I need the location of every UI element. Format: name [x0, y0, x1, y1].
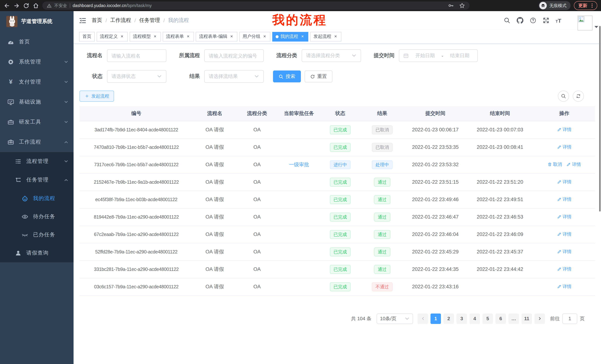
result-select[interactable]: 请选择流结果 — [204, 70, 264, 83]
cell-end-time — [467, 278, 533, 295]
detail-action-link[interactable]: 详情 — [557, 144, 571, 150]
table-refresh-button[interactable] — [573, 91, 584, 102]
cell-result: 处理中 — [360, 156, 404, 173]
url-text[interactable]: dashboard.yudao.iocoder.cn/bpm/task/my — [73, 3, 152, 8]
bookmark-star-icon[interactable] — [459, 3, 465, 9]
tab-home[interactable]: 首页 — [79, 32, 95, 41]
annotation-overlay-text: 我的流程 — [272, 12, 327, 29]
page-button-1[interactable]: 1 — [431, 313, 441, 324]
fullscreen-icon[interactable] — [542, 17, 549, 24]
tab-close-icon[interactable]: × — [300, 34, 305, 39]
tab-close-icon[interactable]: × — [229, 34, 234, 39]
page-button-5[interactable]: 5 — [482, 313, 493, 324]
table-search-button[interactable] — [558, 91, 569, 102]
detail-action-link[interactable]: 详情 — [557, 231, 571, 238]
back-icon[interactable] — [4, 2, 10, 9]
category-select[interactable]: 请选择流程分类 — [302, 49, 361, 62]
detail-action-link[interactable]: 详情 — [557, 126, 571, 133]
tab-start-process[interactable]: 发起流程× — [310, 32, 341, 41]
cell-category: OA — [236, 208, 278, 226]
home-icon[interactable] — [33, 2, 39, 9]
sidebar-item-done-tasks[interactable]: 已办任务 — [0, 226, 74, 244]
sidebar-item-infrastructure[interactable]: 基础设施 — [0, 92, 74, 112]
tab-process-model[interactable]: 流程模型× — [130, 32, 161, 41]
detail-action-link[interactable]: 详情 — [557, 284, 571, 290]
key-icon[interactable] — [448, 3, 454, 9]
page-jumper-input[interactable] — [562, 313, 577, 324]
page-button-3[interactable]: 3 — [457, 313, 467, 324]
security-label[interactable]: 不安全 — [54, 3, 67, 8]
cancel-action-link[interactable]: 取消 — [548, 161, 562, 168]
sidebar-item-devtools[interactable]: 研发工具 — [0, 112, 74, 132]
sidebar-item-home[interactable]: 首页 — [0, 32, 74, 52]
cell-end-time: 2022-01-22 23:49:51 — [467, 191, 533, 208]
avatar[interactable] — [578, 16, 592, 30]
action-label: 详情 — [562, 196, 571, 203]
app-logo[interactable]: 芋道管理系统 — [0, 11, 74, 32]
page-size-select[interactable]: 10条/页 — [377, 313, 413, 324]
page-button-11[interactable]: 11 — [521, 313, 532, 324]
sidebar-item-task-management[interactable]: 任务管理 — [0, 171, 74, 189]
sidebar-item-leave-query[interactable]: 请假查询 — [0, 244, 74, 262]
tab-close-icon[interactable]: × — [262, 34, 267, 39]
caret-down-icon[interactable] — [594, 26, 598, 29]
start-process-button[interactable]: ＋ 发起流程 — [80, 91, 114, 102]
page-ellipsis-button[interactable]: … — [509, 313, 519, 324]
address-bar[interactable]: 不安全 dashboard.yudao.iocoder.cn/bpm/task/… — [42, 1, 470, 10]
broken-image-icon — [578, 16, 584, 22]
scrollbar-thumb[interactable] — [599, 26, 601, 211]
table-header-row: 编号 流程名 流程分类 当前审批任务 状态 结果 提交时间 结束时间 操作 — [80, 106, 595, 121]
column-header-name: 流程名 — [193, 106, 236, 121]
font-size-icon[interactable]: TT — [555, 17, 561, 24]
process-name-input[interactable] — [111, 53, 162, 58]
update-button[interactable]: 更新 — [574, 1, 597, 10]
page-button-4[interactable]: 4 — [470, 313, 480, 324]
sidebar-item-todo-tasks[interactable]: 待办任务 — [0, 207, 74, 226]
sidebar-collapse-icon[interactable] — [79, 17, 86, 24]
page-button-6[interactable]: 6 — [496, 313, 506, 324]
sidebar-item-system[interactable]: 系统管理 — [0, 52, 74, 72]
search-button[interactable]: 搜索 — [273, 70, 301, 82]
sidebar-item-payment[interactable]: ¥ 支付管理 — [0, 72, 74, 92]
detail-action-link[interactable]: 详情 — [557, 196, 571, 203]
breadcrumb-item[interactable]: 首页 — [92, 17, 102, 24]
help-icon[interactable] — [530, 17, 536, 24]
tab-user-group[interactable]: 用户分组× — [239, 32, 270, 41]
sidebar-item-process-management[interactable]: 流程管理 — [0, 152, 74, 171]
page-button-2[interactable]: 2 — [443, 313, 454, 324]
tab-process-form[interactable]: 流程表单× — [163, 32, 194, 41]
tab-close-icon[interactable]: × — [153, 34, 158, 39]
tab-process-form-edit[interactable]: 流程表单-编辑× — [196, 32, 237, 41]
cell-process-id: 03c6c157-7b9a-11ec-a290-acde48001122 — [80, 278, 193, 295]
prev-page-button[interactable] — [418, 313, 428, 324]
detail-action-link[interactable]: 详情 — [557, 214, 571, 220]
submit-time-range-picker[interactable]: 开始日期 - 结束日期 — [399, 49, 478, 62]
reset-button[interactable]: 重置 — [305, 70, 332, 82]
breadcrumb-item[interactable]: 工作流程 — [110, 17, 131, 24]
sidebar-item-my-process[interactable]: 我的流程 — [0, 189, 74, 207]
detail-action-link[interactable]: 详情 — [566, 161, 581, 168]
tab-my-process[interactable]: 我的流程× — [272, 32, 308, 41]
tab-close-icon[interactable]: × — [186, 34, 190, 39]
detail-action-link[interactable]: 详情 — [557, 249, 571, 255]
tab-close-icon[interactable]: × — [120, 34, 124, 39]
search-icon[interactable] — [503, 17, 510, 24]
detail-action-link[interactable]: 详情 — [557, 266, 571, 272]
breadcrumb-separator: / — [105, 18, 107, 23]
next-page-button[interactable] — [534, 313, 545, 324]
browser-menu-icon[interactable] — [590, 3, 594, 8]
process-definition-input[interactable] — [209, 53, 259, 58]
logo-image — [6, 16, 18, 27]
table-row: 819442e8-7b9a-11ec-a290-acde48001122OA 请… — [80, 208, 595, 226]
forward-icon[interactable] — [13, 2, 20, 9]
tab-process-definition[interactable]: 流程定义× — [97, 32, 128, 41]
github-icon[interactable] — [517, 17, 523, 24]
reload-icon[interactable] — [23, 2, 29, 9]
breadcrumb-item[interactable]: 任务管理 — [139, 17, 160, 24]
detail-action-link[interactable]: 详情 — [557, 179, 571, 185]
sidebar-item-workflow[interactable]: 工作流程 — [0, 132, 74, 152]
status-select[interactable]: 请选择状态 — [107, 70, 166, 83]
current-task-link[interactable]: 一级审批 — [289, 162, 309, 167]
tab-close-icon[interactable]: × — [333, 34, 338, 39]
cell-end-time — [467, 156, 533, 173]
